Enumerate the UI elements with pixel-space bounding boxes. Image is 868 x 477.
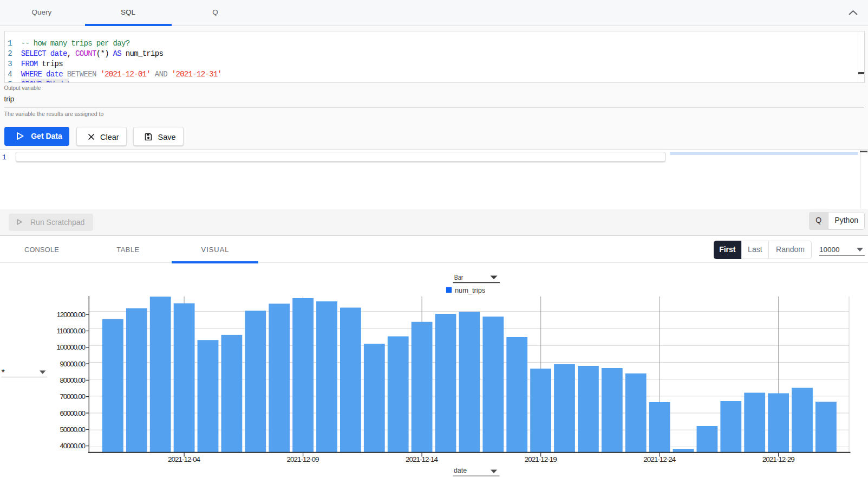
svg-text:50000.00: 50000.00 — [60, 426, 86, 434]
svg-text:2021-12-24: 2021-12-24 — [643, 455, 676, 463]
svg-text:90000.00: 90000.00 — [60, 360, 86, 368]
svg-text:100000.00: 100000.00 — [57, 343, 86, 351]
svg-text:*: * — [2, 368, 5, 377]
svg-text:num_trips: num_trips — [455, 286, 485, 294]
svg-text:70000.00: 70000.00 — [60, 392, 86, 401]
svg-text:2021-12-19: 2021-12-19 — [525, 455, 557, 463]
svg-text:110000.00: 110000.00 — [57, 327, 86, 335]
svg-text:date: date — [454, 466, 467, 474]
svg-text:120000.00: 120000.00 — [57, 311, 86, 319]
svg-text:60000.00: 60000.00 — [60, 409, 86, 417]
svg-text:Bar: Bar — [454, 273, 464, 281]
svg-text:2021-12-14: 2021-12-14 — [406, 455, 438, 463]
svg-text:2021-12-29: 2021-12-29 — [762, 455, 795, 463]
svg-text:80000.00: 80000.00 — [60, 376, 86, 384]
svg-text:2021-12-09: 2021-12-09 — [287, 455, 319, 463]
svg-text:2021-12-04: 2021-12-04 — [168, 455, 200, 463]
svg-text:40000.00: 40000.00 — [60, 442, 86, 450]
